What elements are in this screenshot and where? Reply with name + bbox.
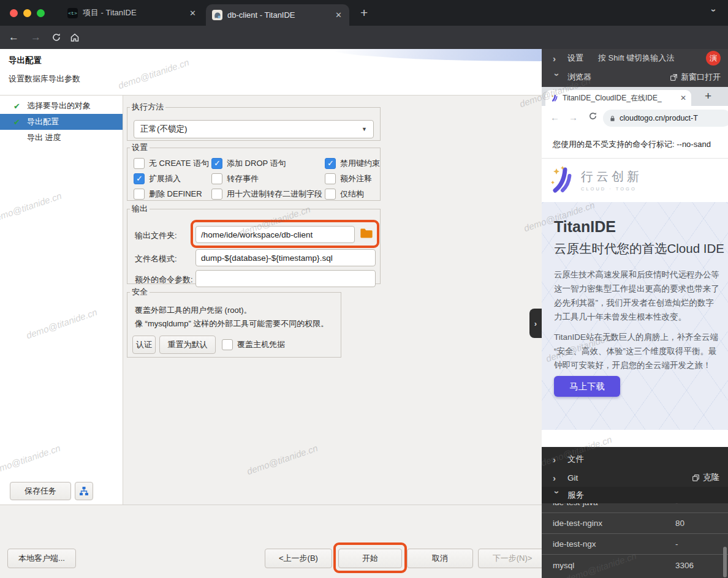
settings-frame: 设置 无 CREATE 语句 添加 DROP 语句 禁用键约束 扩展插入 转存事… <box>127 142 381 201</box>
clone-icon <box>692 474 700 482</box>
download-now-button[interactable]: 马上下载 <box>554 376 620 397</box>
panel-row-browser[interactable]: › 浏览器 新窗口打开 <box>542 67 728 87</box>
step-export-progress[interactable]: 导出 进度 <box>0 130 123 146</box>
panel-row-services[interactable]: › 服务 <box>542 487 728 503</box>
checkbox-remove-definer[interactable]: 删除 DEFINER <box>134 189 211 200</box>
checkbox-dump-events[interactable]: 转存事件 <box>211 173 325 184</box>
preview-new-tab-button[interactable]: + <box>705 89 711 103</box>
output-folder-input[interactable] <box>195 226 355 243</box>
preview-reload-icon[interactable] <box>588 111 597 121</box>
panel-row-files[interactable]: › 文件 <box>542 450 728 468</box>
exec-method-select[interactable]: 正常(不锁定) ▼ <box>134 120 374 138</box>
hero-paragraph-line: 必先利其器”，我们开发者在创造灿烂的数字 <box>554 298 714 309</box>
start-button[interactable]: 开始 <box>338 549 402 568</box>
browser-tab-strip: <t> 项目 - TitanIDE ✕ db-client - TitanIDE… <box>0 0 728 26</box>
file-pattern-label: 文件名模式: <box>135 253 177 265</box>
forward-icon[interactable]: → <box>31 32 41 42</box>
save-task-button[interactable]: 保存任务 <box>10 482 71 500</box>
cancel-button[interactable]: 取消 <box>407 549 473 568</box>
reset-default-button[interactable]: 重置为默认 <box>159 336 216 354</box>
check-icon: ✔ <box>13 102 22 111</box>
new-window-icon <box>670 73 678 81</box>
git-clone-button[interactable]: 克隆 <box>692 472 719 483</box>
chevron-down-icon: › <box>552 73 563 81</box>
tab-search-chevron-icon[interactable]: › <box>709 9 719 18</box>
demo-badge: 演 <box>706 51 721 66</box>
brand-subtitle: CLOUD · TOGO <box>581 186 642 192</box>
checkbox-extended-insert[interactable]: 扩展插入 <box>134 173 211 184</box>
file-pattern-input[interactable] <box>195 249 376 266</box>
checkbox-add-drop[interactable]: 添加 DROP 语句 <box>211 158 325 169</box>
hero-paragraph-line: “安全、高效、体验”这三个维度取得平衡。最 <box>554 346 717 357</box>
window-minimize-button[interactable] <box>23 9 31 17</box>
open-new-window-button[interactable]: 新窗口打开 <box>670 72 721 83</box>
preview-tab-title: TitanIDE_CloudIDE_在线IDE_ <box>563 93 668 103</box>
next-step-button[interactable]: 下一步(N)> <box>478 549 542 568</box>
flowchart-icon <box>79 486 89 496</box>
chevron-down-icon: › <box>552 491 563 500</box>
panel-collapse-handle[interactable]: › <box>529 309 542 338</box>
back-icon[interactable]: ← <box>9 32 19 42</box>
exec-method-legend: 执行方法 <box>130 102 165 113</box>
step-select-objects[interactable]: ✔ 选择要导出的对象 <box>0 98 123 114</box>
preview-tab-close-icon[interactable]: ✕ <box>680 94 686 102</box>
tab-close-icon[interactable]: ✕ <box>188 9 197 18</box>
extra-args-input[interactable] <box>195 270 376 287</box>
tab-db-client[interactable]: db-client - TitanIDE ✕ <box>206 4 349 26</box>
cloudtogo-logo <box>549 165 578 194</box>
panel-row-settings[interactable]: › 设置 按 Shift 键切换输入法 演 <box>542 49 728 67</box>
preview-back-icon[interactable]: ← <box>550 112 559 122</box>
reload-icon[interactable] <box>51 32 61 42</box>
tab-close-icon[interactable]: ✕ <box>334 10 343 20</box>
hero-paragraph-line: 钟即可安装好，开启您的全云端开发之旅！ <box>554 360 711 371</box>
checkbox-override-host-creds[interactable]: 覆盖主机凭据 <box>222 339 285 350</box>
preview-address-bar[interactable]: cloudtogo.cn/product-T <box>603 110 728 127</box>
lock-icon <box>609 114 616 122</box>
cloudtogo-favicon <box>550 94 559 102</box>
home-icon[interactable] <box>70 32 80 42</box>
db-client-favicon <box>212 10 222 20</box>
check-icon: ✔ <box>13 118 22 127</box>
chevron-right-icon: › <box>553 473 561 483</box>
checkbox-disable-keys[interactable]: 禁用键约束 <box>325 158 380 169</box>
auth-button[interactable]: 认证 <box>132 336 156 354</box>
exec-method-frame: 执行方法 正常(不锁定) ▼ <box>127 102 381 141</box>
checkbox-hex-binary[interactable]: 用十六进制转存二进制字段 <box>211 189 325 200</box>
hero-paragraph-line: TitanIDE站在无数巨人的肩膀上，补齐全云端 <box>554 332 718 343</box>
unsupported-flag-warning: 您使用的是不受支持的命令行标记: --no-sand <box>542 130 728 159</box>
tab-project[interactable]: <t> 项目 - TitanIDE ✕ <box>61 0 203 26</box>
scrollbar-thumb[interactable] <box>723 547 727 577</box>
tab-title: 项目 - TitanIDE <box>83 7 137 18</box>
service-row[interactable]: ide-test-ngx - <box>542 534 728 555</box>
settings-checkbox-grid: 无 CREATE 语句 添加 DROP 语句 禁用键约束 扩展插入 转存事件 额… <box>127 153 380 200</box>
chevron-right-icon: › <box>553 53 561 64</box>
window-zoom-button[interactable] <box>37 9 45 17</box>
wizard-step-list: ✔ 选择要导出的对象 ✔ 导出配置 导出 进度 <box>0 96 123 505</box>
output-legend: 输出 <box>130 203 150 214</box>
security-legend: 安全 <box>130 287 150 298</box>
window-close-button[interactable] <box>10 9 18 17</box>
task-variables-button[interactable] <box>75 482 93 500</box>
extra-args-label: 额外的命令参数: <box>135 274 193 285</box>
new-tab-button[interactable]: + <box>360 6 368 19</box>
tab-title: db-client - TitanIDE <box>227 10 295 20</box>
export-dialog: 导出配置 设置数据库导出参数 ✔ 选择要导出的对象 ✔ 导出配置 导出 进度 执… <box>0 49 542 578</box>
service-row[interactable]: ide-test-nginx 80 <box>542 513 728 534</box>
checkbox-structure-only[interactable]: 仅结构 <box>325 189 380 200</box>
panel-row-git[interactable]: › Git 克隆 <box>542 468 728 487</box>
service-row[interactable]: ide-test-java - <box>542 503 728 513</box>
checkbox-no-create[interactable]: 无 CREATE 语句 <box>134 158 211 169</box>
brand-name: 行云创新 <box>581 168 642 185</box>
local-client-button[interactable]: 本地客户端... <box>7 549 76 568</box>
preview-tab-strip: TitanIDE_CloudIDE_在线IDE_ ✕ + <box>542 87 728 106</box>
service-row[interactable]: mysql 3306 <box>542 555 728 576</box>
step-export-config[interactable]: ✔ 导出配置 <box>0 114 123 130</box>
back-step-button[interactable]: <上一步(B) <box>265 549 332 568</box>
browse-folder-button[interactable] <box>360 227 376 242</box>
checkbox-extra-comments[interactable]: 额外注释 <box>325 173 380 184</box>
preview-forward-icon[interactable]: → <box>569 112 578 122</box>
preview-tab[interactable]: TitanIDE_CloudIDE_在线IDE_ ✕ <box>545 90 691 106</box>
header-decoration <box>330 49 542 61</box>
preview-toolbar: ← → cloudtogo.cn/product-T <box>542 106 728 130</box>
panel-settings-label: 设置 <box>567 53 583 64</box>
